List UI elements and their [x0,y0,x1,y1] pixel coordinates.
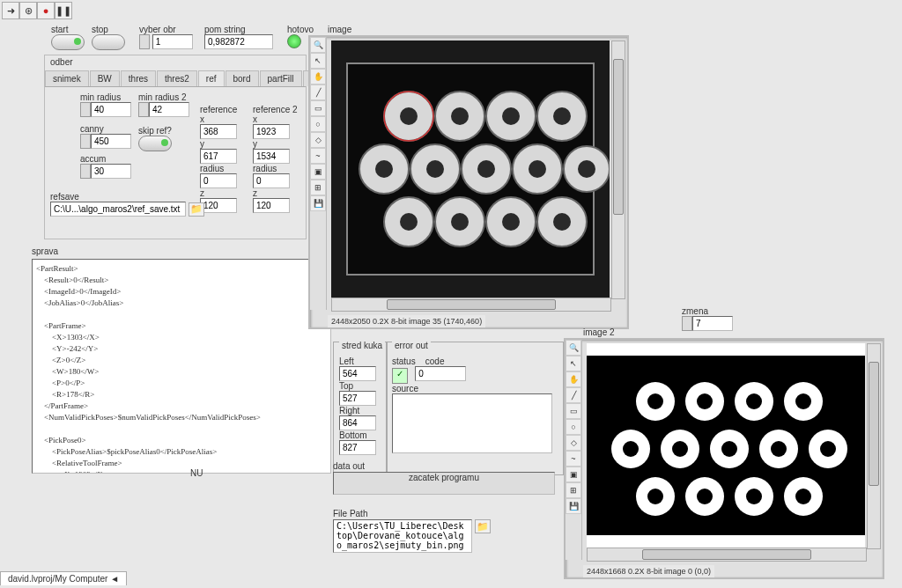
ref2-x-input[interactable] [253,124,290,139]
oval-icon[interactable]: ○ [310,116,326,132]
svg-rect-31 [587,535,865,548]
source-label: source [392,384,418,393]
skip-button[interactable] [138,136,172,151]
svg-point-53 [820,441,836,457]
abort-icon[interactable]: ● [37,2,55,19]
svg-point-52 [771,441,787,457]
save-icon[interactable]: 💾 [566,498,581,514]
annot-icon[interactable]: ▣ [566,467,581,482]
ref2-radius-input[interactable] [253,173,290,188]
image1-hscroll[interactable] [331,298,611,312]
min-radius-spinner[interactable] [80,102,91,117]
accum-spinner[interactable] [80,164,91,179]
pan-icon[interactable]: ⊞ [566,482,581,498]
odber-tabs: snimek BW thres thres2 ref bord partFill… [45,70,306,87]
ref2-radius-label: radius [253,164,277,173]
poly-icon[interactable]: ◇ [566,435,581,451]
ref2-y-input[interactable] [253,149,290,164]
image1-vscroll[interactable] [611,40,625,299]
min-radius2-spinner[interactable] [138,102,149,117]
tab-snimek[interactable]: snimek [45,70,89,86]
vyber-input[interactable] [152,34,193,49]
top-input[interactable] [339,391,376,406]
ref2-z-input[interactable] [253,198,290,213]
refsave-input[interactable] [50,202,186,217]
run-icon[interactable]: ➜ [2,2,19,19]
hand-icon[interactable]: ✋ [310,69,326,85]
image2-container: 🔍 ↖ ✋ ╱ ▭ ○ ◇ ~ ▣ ⊞ 💾 2448x1 [564,338,884,579]
line-icon[interactable]: ╱ [566,387,581,403]
annot-icon[interactable]: ▣ [310,164,326,180]
pointer-icon[interactable]: ↖ [566,356,581,371]
pause-icon[interactable]: ❚❚ [55,2,72,19]
ref-y-input[interactable] [200,149,237,164]
image1-view[interactable] [331,40,610,298]
hand-icon[interactable]: ✋ [566,371,581,387]
stop-button[interactable] [92,34,125,50]
code-input[interactable] [415,366,466,381]
skip-label: skip ref? [138,126,172,136]
tab-partfill[interactable]: partFill [260,70,302,86]
pointer-icon[interactable]: ↖ [310,53,326,69]
image2-view[interactable] [587,343,865,548]
xml-viewer[interactable]: <PartResult> <Result>0</Result> <ImageId… [32,259,331,474]
accum-input[interactable] [91,164,131,179]
project-tab[interactable]: david.lvproj/My Computer ◄ [0,571,127,585]
right-input[interactable] [339,415,376,430]
zoom-icon[interactable]: 🔍 [566,340,581,356]
rect-icon[interactable]: ▭ [566,403,581,419]
tab-bord[interactable]: bord [226,70,259,86]
image2-vscroll[interactable] [867,343,881,549]
tab-bw[interactable]: BW [90,70,120,86]
tab-thres2[interactable]: thres2 [157,70,197,86]
rect-icon[interactable]: ▭ [310,100,326,116]
min-radius2-input[interactable] [149,102,189,117]
poly-icon[interactable]: ◇ [310,132,326,148]
svg-point-22 [529,160,546,178]
tab-ref[interactable]: ref [198,70,225,86]
xml-footer: NU [190,468,203,478]
status-ok-icon: ✓ [392,368,408,384]
free-icon[interactable]: ~ [310,148,326,164]
start-button[interactable] [51,34,85,50]
zacatek-label: zacatek programu [334,473,554,482]
svg-point-20 [426,160,444,178]
stred-kuka-group: stred kuka Left Top Right Bottom [333,342,388,475]
pom-input[interactable] [204,34,273,49]
zmena-spinner[interactable] [682,316,692,331]
canny-input[interactable] [91,134,131,149]
filepath-folder-icon[interactable]: 📁 [475,519,491,533]
zmena-input[interactable] [692,316,733,331]
run-continuous-icon[interactable]: ⊛ [19,2,37,19]
zoom-icon[interactable]: 🔍 [310,37,326,53]
filepath-input[interactable]: C:\Users\TU_Liberec\Desktop\Derovane_kot… [333,519,472,553]
ref-x-label: x [200,114,204,124]
folder-icon[interactable]: 📁 [189,202,204,217]
min-radius-input[interactable] [91,102,131,117]
line-icon[interactable]: ╱ [310,85,326,100]
ref-z-input[interactable] [200,198,237,213]
hotovo-led [287,34,301,48]
image2-toolbar: 🔍 ↖ ✋ ╱ ▭ ○ ◇ ~ ▣ ⊞ 💾 [566,340,582,560]
svg-point-27 [553,213,571,231]
refsave-label: refsave [50,192,79,202]
source-textarea[interactable] [392,393,552,453]
code-label: code [425,356,445,366]
free-icon[interactable]: ~ [566,451,581,467]
pan-icon[interactable]: ⊞ [310,180,326,195]
tab-thres[interactable]: thres [121,70,156,86]
save-icon[interactable]: 💾 [310,195,326,211]
image2-hscroll[interactable] [587,548,867,562]
ref-x-input[interactable] [200,124,237,139]
status-label: status [392,356,416,366]
ref-radius-input[interactable] [200,173,237,188]
left-label: Left [339,356,381,366]
oval-icon[interactable]: ○ [566,419,581,435]
left-input[interactable] [339,366,376,381]
ref2-z-label: z [253,188,257,198]
ref2-x-label: x [253,114,257,124]
canny-spinner[interactable] [80,134,91,149]
right-label: Right [339,406,381,415]
vyber-spinner[interactable] [139,34,150,49]
bottom-input[interactable] [339,440,376,455]
